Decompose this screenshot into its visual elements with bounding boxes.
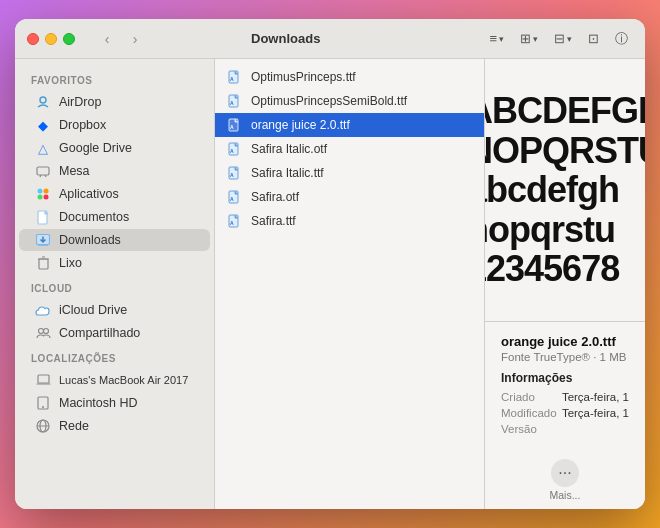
sidebar-item-airdrop[interactable]: AirDrop	[19, 91, 210, 113]
info-row-versao: Versão	[501, 423, 629, 435]
sidebar-item-downloads[interactable]: Downloads	[19, 229, 210, 251]
file-info-section: orange juice 2.0.ttf Fonte TrueType® · 1…	[485, 322, 645, 451]
info-row-modificado: Modificado Terça-feira, 1	[501, 407, 629, 419]
documentos-icon	[35, 209, 51, 225]
font-file-icon: A	[227, 69, 243, 85]
close-button[interactable]	[27, 33, 39, 45]
rede-icon	[35, 418, 51, 434]
file-item[interactable]: ASafira.otf	[215, 185, 484, 209]
file-item[interactable]: ASafira.ttf	[215, 209, 484, 233]
file-info-type: Fonte TrueType® · 1 MB	[501, 351, 629, 363]
font-file-icon: A	[227, 141, 243, 157]
svg-point-21	[42, 406, 44, 408]
chevron-down-icon: ▾	[499, 34, 504, 44]
main-content: FavoritosAirDrop◆Dropbox△Google DriveMes…	[15, 59, 645, 509]
svg-point-7	[44, 195, 49, 200]
file-item[interactable]: Aorange juice 2.0.ttf	[215, 113, 484, 137]
sidebar-item-rede[interactable]: Rede	[19, 415, 210, 437]
chevron-right-icon: ›	[133, 31, 138, 47]
svg-text:A: A	[230, 196, 234, 202]
svg-text:A: A	[230, 76, 234, 82]
file-name: orange juice 2.0.ttf	[251, 118, 350, 132]
preview-bottom: ··· Mais...	[485, 451, 645, 509]
svg-text:A: A	[230, 172, 234, 178]
chevron-down-icon2: ▾	[533, 34, 538, 44]
file-info-name: orange juice 2.0.ttf	[501, 334, 629, 349]
airdrop-icon	[35, 94, 51, 110]
file-name: Safira.otf	[251, 190, 299, 204]
info-value-modificado: Terça-feira, 1	[562, 407, 629, 419]
info-label-criado: Criado	[501, 391, 535, 403]
view-columns-button[interactable]: ⊞ ▾	[515, 29, 543, 48]
info-section-heading: Informações	[501, 371, 629, 385]
svg-point-16	[38, 329, 43, 334]
more-icon: ···	[551, 459, 579, 487]
sidebar-item-label-mesa: Mesa	[59, 164, 90, 178]
font-file-icon: A	[227, 93, 243, 109]
gallery-view-icon: ⊟	[554, 31, 565, 46]
sidebar-item-label-downloads: Downloads	[59, 233, 121, 247]
svg-text:A: A	[230, 100, 234, 106]
sidebar-item-google-drive[interactable]: △Google Drive	[19, 137, 210, 159]
file-item[interactable]: ASafira Italic.otf	[215, 137, 484, 161]
chevron-left-icon: ‹	[105, 31, 110, 47]
macintosh-icon	[35, 395, 51, 411]
compartilhado-icon	[35, 325, 51, 341]
file-item[interactable]: AOptimusPrincepsSemiBold.ttf	[215, 89, 484, 113]
file-name: Safira Italic.ttf	[251, 166, 324, 180]
font-file-icon: A	[227, 213, 243, 229]
maximize-button[interactable]	[63, 33, 75, 45]
svg-point-0	[40, 97, 46, 103]
sidebar-item-aplicativos[interactable]: Aplicativos	[19, 183, 210, 205]
sidebar-item-documentos[interactable]: Documentos	[19, 206, 210, 228]
view-list-button[interactable]: ≡ ▾	[484, 29, 509, 48]
more-label: Mais...	[550, 489, 581, 501]
svg-text:A: A	[230, 148, 234, 154]
sidebar-item-label-lixo: Lixo	[59, 256, 82, 270]
minimize-button[interactable]	[45, 33, 57, 45]
aplicativos-icon	[35, 186, 51, 202]
svg-rect-1	[37, 167, 49, 175]
sidebar: FavoritosAirDrop◆Dropbox△Google DriveMes…	[15, 59, 215, 509]
more-button[interactable]: ··· Mais...	[550, 459, 581, 501]
font-preview-text: ABCDEFGH NOPQRSTU abcdefgh nopqrstu 1234…	[485, 91, 645, 289]
action-button[interactable]: ⊡	[583, 29, 604, 48]
titlebar: ‹ › Downloads ≡ ▾ ⊞ ▾ ⊟ ▾ ⊡ ⓘ	[15, 19, 645, 59]
forward-button[interactable]: ›	[123, 27, 147, 51]
sidebar-item-label-macbook: Lucas's MacBook Air 2017	[59, 374, 188, 386]
sidebar-item-icloud-drive[interactable]: iCloud Drive	[19, 299, 210, 321]
file-item[interactable]: ASafira Italic.ttf	[215, 161, 484, 185]
sidebar-section-label: iCloud	[15, 275, 214, 298]
svg-point-6	[38, 195, 43, 200]
traffic-lights	[27, 33, 75, 45]
sidebar-item-compartilhado[interactable]: Compartilhado	[19, 322, 210, 344]
view-gallery-button[interactable]: ⊟ ▾	[549, 29, 577, 48]
font-file-icon: A	[227, 165, 243, 181]
toolbar-actions: ≡ ▾ ⊞ ▾ ⊟ ▾ ⊡ ⓘ	[484, 28, 633, 50]
action-icon: ⊡	[588, 31, 599, 46]
sidebar-item-label-icloud-drive: iCloud Drive	[59, 303, 127, 317]
downloads-icon	[35, 232, 51, 248]
sidebar-item-label-documentos: Documentos	[59, 210, 129, 224]
font-file-icon: A	[227, 189, 243, 205]
back-button[interactable]: ‹	[95, 27, 119, 51]
file-item[interactable]: AOptimusPrinceps.ttf	[215, 65, 484, 89]
sidebar-item-label-dropbox: Dropbox	[59, 118, 106, 132]
sidebar-item-macintosh[interactable]: Macintosh HD	[19, 392, 210, 414]
sidebar-item-lixo[interactable]: Lixo	[19, 252, 210, 274]
sidebar-item-label-google-drive: Google Drive	[59, 141, 132, 155]
chevron-down-icon3: ▾	[567, 34, 572, 44]
icloud-drive-icon	[35, 302, 51, 318]
macbook-icon	[35, 372, 51, 388]
sidebar-item-macbook[interactable]: Lucas's MacBook Air 2017	[19, 369, 210, 391]
preview-panel: ABCDEFGH NOPQRSTU abcdefgh nopqrstu 1234…	[485, 59, 645, 509]
info-row-criado: Criado Terça-feira, 1	[501, 391, 629, 403]
svg-point-17	[43, 329, 48, 334]
lixo-icon	[35, 255, 51, 271]
sidebar-item-label-rede: Rede	[59, 419, 89, 433]
sidebar-item-dropbox[interactable]: ◆Dropbox	[19, 114, 210, 136]
info-button[interactable]: ⓘ	[610, 28, 633, 50]
file-name: Safira Italic.otf	[251, 142, 327, 156]
sidebar-item-mesa[interactable]: Mesa	[19, 160, 210, 182]
info-value-criado: Terça-feira, 1	[562, 391, 629, 403]
